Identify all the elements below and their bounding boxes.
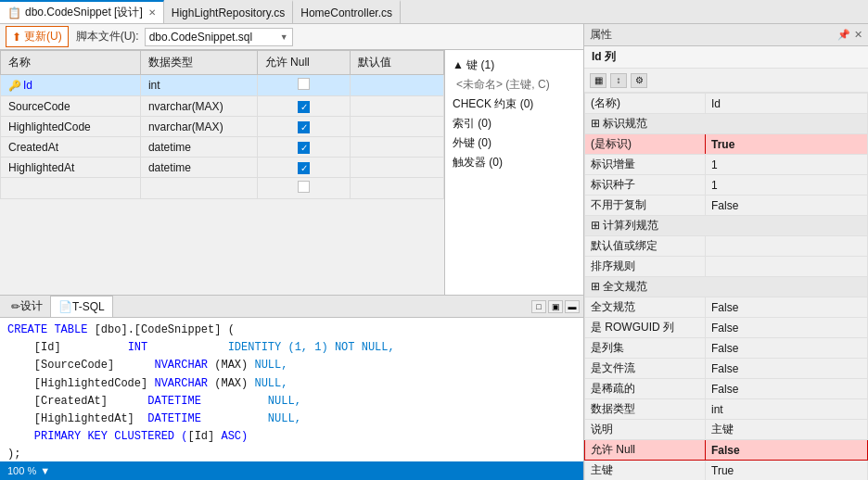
cell-default bbox=[351, 158, 444, 178]
cell-name: SourceCode bbox=[1, 96, 141, 117]
tab-highlight-label: HighLightRepository.cs bbox=[172, 6, 286, 19]
cell-null[interactable]: ✓ bbox=[257, 137, 351, 158]
tab-design-sql[interactable]: ✏ 设计 bbox=[4, 296, 50, 317]
design-tab-label: 设计 bbox=[20, 298, 43, 314]
col-header-null: 允许 Null bbox=[257, 51, 351, 75]
index-title: 索引 (0) bbox=[453, 116, 576, 132]
close-icon[interactable]: ✕ bbox=[854, 29, 862, 41]
check-title: CHECK 约束 (0) bbox=[453, 96, 576, 112]
tsql-icon: 📄 bbox=[58, 300, 72, 313]
list-item: 不用于复制 False bbox=[585, 196, 868, 216]
prop-name: 主键 bbox=[585, 461, 706, 481]
trigger-title: 触发器 (0) bbox=[453, 155, 576, 171]
checkbox-checked: ✓ bbox=[298, 142, 310, 154]
main-content: ⬆ 更新(U) 脚本文件(U): dbo.CodeSnippet.sql ▼ 名 bbox=[0, 24, 868, 480]
properties-scroll[interactable]: (名称) Id ⊞ 标识规范 (是标识) True 标识增量 1 bbox=[584, 93, 868, 480]
cell-default bbox=[351, 137, 444, 158]
prop-name: 标识种子 bbox=[585, 175, 706, 196]
highlight-row[interactable]: (是标识) True bbox=[585, 134, 868, 155]
col-header-default: 默认值 bbox=[351, 51, 444, 75]
table-row[interactable] bbox=[1, 178, 444, 199]
zoom-dropdown-icon[interactable]: ▼ bbox=[40, 465, 50, 476]
keys-panel: ▲ 键 (1) <未命名> (主键, C) CHECK 约束 (0) 索引 (0… bbox=[444, 50, 583, 295]
col-header-name: 名称 bbox=[1, 51, 141, 75]
cell-type bbox=[140, 178, 257, 199]
update-button[interactable]: ⬆ 更新(U) bbox=[6, 26, 69, 47]
list-item: 全文规范 False bbox=[585, 297, 868, 318]
sql-line: PRIMARY KEY CLUSTERED ([Id] ASC) bbox=[7, 428, 576, 446]
sql-content[interactable]: CREATE TABLE [dbo].[CodeSnippet] ( [Id] … bbox=[0, 318, 583, 461]
min-btn[interactable]: ▬ bbox=[565, 300, 580, 313]
sql-line: [HighlightedAt] DATETIME NULL, bbox=[7, 411, 576, 428]
properties-id-label: Id 列 bbox=[592, 49, 616, 65]
prop-name: 标识增量 bbox=[585, 155, 706, 175]
sort-icon[interactable]: ↕ bbox=[610, 73, 627, 88]
table-row[interactable]: HighlightedCode nvarchar(MAX) ✓ bbox=[1, 117, 444, 137]
tab-home-controller[interactable]: HomeController.cs bbox=[293, 0, 401, 23]
is-identity-value: True bbox=[706, 134, 868, 155]
column-table: 名称 数据类型 允许 Null 默认值 🔑Id int bbox=[0, 50, 444, 199]
table-row[interactable]: HighlightedAt datetime ✓ bbox=[1, 158, 444, 178]
list-item: 默认值或绑定 bbox=[585, 236, 868, 257]
list-item: 是 ROWGUID 列 False bbox=[585, 318, 868, 338]
grid-icon[interactable]: ▦ bbox=[590, 73, 606, 88]
prop-name: 是文件流 bbox=[585, 359, 706, 379]
checkbox-checked: ✓ bbox=[298, 162, 310, 174]
properties-id-row: Id 列 bbox=[584, 46, 868, 69]
prop-value: 主键 bbox=[706, 420, 868, 440]
keys-section: ▲ 键 (1) <未命名> (主键, C) bbox=[453, 57, 576, 93]
prop-name: (名称) bbox=[585, 94, 706, 114]
sql-toolbar: ✏ 设计 📄 T-SQL □ ▣ ▬ bbox=[0, 296, 583, 318]
list-item: 标识增量 1 bbox=[585, 155, 868, 175]
sql-panel: ✏ 设计 📄 T-SQL □ ▣ ▬ CREATE TABLE [dbo].[C… bbox=[0, 295, 583, 461]
cell-null[interactable]: ✓ bbox=[257, 117, 351, 137]
sql-line: ); bbox=[7, 446, 576, 461]
design-icon: ✏ bbox=[11, 300, 20, 313]
prop-value bbox=[706, 236, 868, 257]
properties-panel: 属性 📌 ✕ Id 列 ▦ ↕ ⚙ (名称) Id bbox=[584, 24, 868, 480]
tab-highlight-repo[interactable]: HighLightRepository.cs bbox=[164, 0, 294, 23]
properties-header: 属性 📌 ✕ bbox=[584, 24, 868, 46]
prop-value: True bbox=[706, 461, 868, 481]
pin-icon[interactable]: 📌 bbox=[837, 29, 850, 41]
table-row[interactable]: SourceCode nvarchar(MAX) ✓ bbox=[1, 96, 444, 117]
table-row[interactable]: 🔑Id int bbox=[1, 75, 444, 96]
prop-name: 默认值或绑定 bbox=[585, 236, 706, 257]
cell-default bbox=[351, 117, 444, 137]
cell-null[interactable] bbox=[257, 178, 351, 199]
cell-null[interactable]: ✓ bbox=[257, 96, 351, 117]
cell-name bbox=[1, 178, 141, 199]
cell-null[interactable]: ✓ bbox=[257, 158, 351, 178]
is-identity-label: (是标识) bbox=[585, 134, 706, 155]
cell-type: int bbox=[140, 75, 257, 96]
tab-bar: 📋 dbo.CodeSnippet [设计] ✕ HighLightReposi… bbox=[0, 0, 868, 24]
tab-design[interactable]: 📋 dbo.CodeSnippet [设计] ✕ bbox=[0, 0, 164, 23]
list-item: 是文件流 False bbox=[585, 359, 868, 379]
checkbox-checked: ✓ bbox=[298, 121, 310, 133]
foreign-title: 外键 (0) bbox=[453, 135, 576, 151]
collapse-btn[interactable]: ▣ bbox=[548, 300, 563, 313]
tab-design-close[interactable]: ✕ bbox=[148, 7, 156, 18]
checkbox-empty bbox=[298, 181, 310, 193]
script-dropdown[interactable]: dbo.CodeSnippet.sql ▼ bbox=[145, 28, 293, 46]
section-label: ⊞ 计算列规范 bbox=[585, 216, 868, 236]
prop-name: 说明 bbox=[585, 420, 706, 440]
keys-item[interactable]: <未命名> (主键, C) bbox=[453, 77, 576, 93]
checkbox-empty bbox=[298, 78, 310, 90]
highlight-row2[interactable]: 允许 Null False bbox=[585, 440, 868, 461]
prop-name: 数据类型 bbox=[585, 399, 706, 420]
table-icon: 📋 bbox=[7, 6, 21, 19]
section-header-computed: ⊞ 计算列规范 bbox=[585, 216, 868, 236]
list-item: 数据类型 int bbox=[585, 399, 868, 420]
tab-tsql[interactable]: 📄 T-SQL bbox=[50, 296, 113, 317]
list-item: 排序规则 bbox=[585, 257, 868, 277]
filter-icon[interactable]: ⚙ bbox=[631, 73, 647, 88]
list-item: 是列集 False bbox=[585, 338, 868, 359]
prop-value: Id bbox=[706, 94, 868, 114]
table-row[interactable]: CreatedAt datetime ✓ bbox=[1, 137, 444, 158]
cell-type: datetime bbox=[140, 137, 257, 158]
cell-name: CreatedAt bbox=[1, 137, 141, 158]
cell-null[interactable] bbox=[257, 75, 351, 96]
expand-btn[interactable]: □ bbox=[531, 300, 546, 313]
allow-null-label: 允许 Null bbox=[585, 440, 706, 461]
